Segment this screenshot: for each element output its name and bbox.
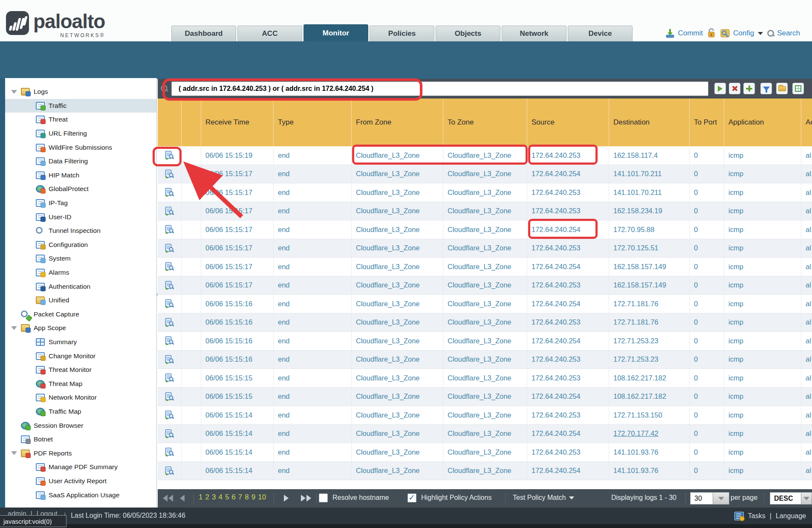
export-csv-button[interactable] xyxy=(792,83,804,94)
source-cell[interactable]: 172.64.240.253 xyxy=(527,146,609,165)
application-cell[interactable]: icmp xyxy=(724,443,801,461)
application-cell[interactable]: icmp xyxy=(724,239,801,258)
log-detail-button[interactable] xyxy=(165,318,174,327)
from-zone-cell[interactable]: Cloudflare_L3_Zone xyxy=(352,165,443,183)
to-zone-cell[interactable]: Cloudflare_L3_Zone xyxy=(443,388,527,406)
to-zone-cell[interactable]: Cloudflare_L3_Zone xyxy=(443,295,527,313)
column-header[interactable]: Ac xyxy=(801,99,812,146)
application-cell[interactable]: icmp xyxy=(724,388,801,406)
page-number[interactable]: 7 xyxy=(238,493,242,502)
sidebar-item[interactable]: Unified xyxy=(5,293,156,308)
log-detail-button[interactable] xyxy=(165,188,174,197)
nav-tab[interactable]: Objects xyxy=(436,26,500,41)
application-cell[interactable]: icmp xyxy=(724,351,801,369)
to-zone-cell[interactable]: Cloudflare_L3_Zone xyxy=(443,165,527,183)
sidebar-item[interactable]: Traffic Map xyxy=(5,405,156,419)
destination-cell[interactable]: 162.158.157.149 xyxy=(609,258,690,276)
destination-cell[interactable]: 141.101.70.211 xyxy=(609,183,690,202)
column-header[interactable]: Type xyxy=(274,99,352,146)
add-filter-button[interactable] xyxy=(743,83,755,94)
application-cell[interactable]: icmp xyxy=(724,295,801,313)
sidebar-item[interactable]: GlobalProtect xyxy=(5,182,156,196)
sidebar-item[interactable]: Botnet xyxy=(5,432,156,447)
tree-expander-icon[interactable] xyxy=(11,326,17,330)
to-zone-cell[interactable]: Cloudflare_L3_Zone xyxy=(443,202,527,220)
source-cell[interactable]: 172.64.240.253 xyxy=(527,351,609,369)
page-number[interactable]: 2 xyxy=(205,493,209,502)
sort-order-dropdown[interactable]: DESC xyxy=(770,492,812,505)
log-detail-button[interactable] xyxy=(165,262,174,271)
to-zone-cell[interactable]: Cloudflare_L3_Zone xyxy=(443,332,527,350)
destination-cell[interactable]: 172.71.253.23 xyxy=(609,351,690,369)
to-zone-cell[interactable]: Cloudflare_L3_Zone xyxy=(443,462,527,480)
source-cell[interactable]: 172.64.240.254 xyxy=(527,332,609,350)
log-detail-button[interactable] xyxy=(165,447,174,457)
log-detail-button[interactable] xyxy=(165,244,174,253)
sidebar-item[interactable]: URL Filtering xyxy=(5,127,156,141)
to-zone-cell[interactable]: Cloudflare_L3_Zone xyxy=(443,369,527,387)
destination-cell[interactable]: 162.158.157.149 xyxy=(609,276,690,295)
application-cell[interactable]: icmp xyxy=(724,332,801,350)
application-cell[interactable]: icmp xyxy=(724,369,801,387)
source-cell[interactable]: 172.64.240.253 xyxy=(527,183,609,202)
sidebar-item[interactable]: System xyxy=(5,252,156,266)
from-zone-cell[interactable]: Cloudflare_L3_Zone xyxy=(352,295,443,313)
tree-expander-icon[interactable] xyxy=(11,90,17,94)
page-number[interactable]: 5 xyxy=(225,493,229,502)
commit-button[interactable]: Commit xyxy=(665,28,703,38)
sidebar-item[interactable]: App Scope xyxy=(5,321,156,335)
source-cell[interactable]: 172.64.240.254 xyxy=(527,462,609,480)
source-cell[interactable]: 172.64.240.253 xyxy=(527,239,609,258)
sidebar-item[interactable]: Session Browser xyxy=(5,418,156,432)
column-header[interactable] xyxy=(158,99,182,146)
application-cell[interactable]: icmp xyxy=(724,425,801,443)
sidebar-item[interactable]: Manage PDF Summary xyxy=(5,460,156,474)
last-page-button[interactable] xyxy=(301,495,311,502)
column-header[interactable]: Receive Time xyxy=(201,99,274,146)
nav-tab[interactable]: ACC xyxy=(237,26,302,41)
source-cell[interactable]: 172.64.240.253 xyxy=(527,369,609,387)
from-zone-cell[interactable]: Cloudflare_L3_Zone xyxy=(352,388,443,406)
from-zone-cell[interactable]: Cloudflare_L3_Zone xyxy=(352,369,443,387)
prev-page-button[interactable] xyxy=(180,495,185,502)
from-zone-cell[interactable]: Cloudflare_L3_Zone xyxy=(352,220,443,239)
destination-cell[interactable]: 141.101.93.76 xyxy=(609,443,690,461)
sidebar-item[interactable]: User-ID xyxy=(5,210,156,224)
sidebar-item[interactable]: Traffic xyxy=(5,99,156,113)
sidebar-item[interactable]: IP-Tag xyxy=(5,196,156,210)
page-number[interactable]: 9 xyxy=(251,493,255,502)
sidebar-item[interactable]: SaaS Application Usage xyxy=(5,488,156,502)
config-menu[interactable]: Config xyxy=(720,28,763,38)
page-number[interactable]: 1 xyxy=(199,493,202,502)
to-zone-cell[interactable]: Cloudflare_L3_Zone xyxy=(443,183,527,202)
sidebar-item[interactable]: User Activity Report xyxy=(5,474,156,488)
search-button[interactable]: Search xyxy=(767,29,800,38)
sidebar-item[interactable]: Network Monitor xyxy=(5,391,156,405)
destination-cell[interactable]: 172.71.181.76 xyxy=(609,313,690,332)
application-cell[interactable]: icmp xyxy=(724,146,801,165)
source-cell[interactable]: 172.64.240.254 xyxy=(527,165,609,183)
sidebar-item[interactable]: WildFire Submissions xyxy=(5,140,156,154)
log-detail-button[interactable] xyxy=(165,225,174,234)
clear-filter-button[interactable] xyxy=(729,83,740,94)
from-zone-cell[interactable]: Cloudflare_L3_Zone xyxy=(352,183,443,202)
tasks-button[interactable]: Tasks xyxy=(748,512,766,520)
sidebar-item[interactable]: HIP Match xyxy=(5,168,156,183)
application-cell[interactable]: icmp xyxy=(724,406,801,424)
to-zone-cell[interactable]: Cloudflare_L3_Zone xyxy=(443,239,527,258)
from-zone-cell[interactable]: Cloudflare_L3_Zone xyxy=(352,202,443,220)
application-cell[interactable]: icmp xyxy=(724,220,801,239)
log-detail-button[interactable] xyxy=(165,299,174,308)
first-page-button[interactable] xyxy=(163,495,173,502)
application-cell[interactable]: icmp xyxy=(724,183,801,202)
source-cell[interactable]: 172.64.240.254 xyxy=(527,220,609,239)
from-zone-cell[interactable]: Cloudflare_L3_Zone xyxy=(352,425,443,443)
application-cell[interactable]: icmp xyxy=(724,276,801,295)
source-cell[interactable]: 172.64.240.253 xyxy=(527,406,609,424)
nav-tab[interactable]: Network xyxy=(502,26,566,41)
sidebar-item[interactable]: Summary xyxy=(5,335,156,349)
sidebar-item[interactable]: Tunnel Inspection xyxy=(5,224,156,238)
application-cell[interactable]: icmp xyxy=(724,202,801,220)
log-detail-button[interactable] xyxy=(165,206,174,216)
column-header[interactable]: Source xyxy=(527,99,609,146)
